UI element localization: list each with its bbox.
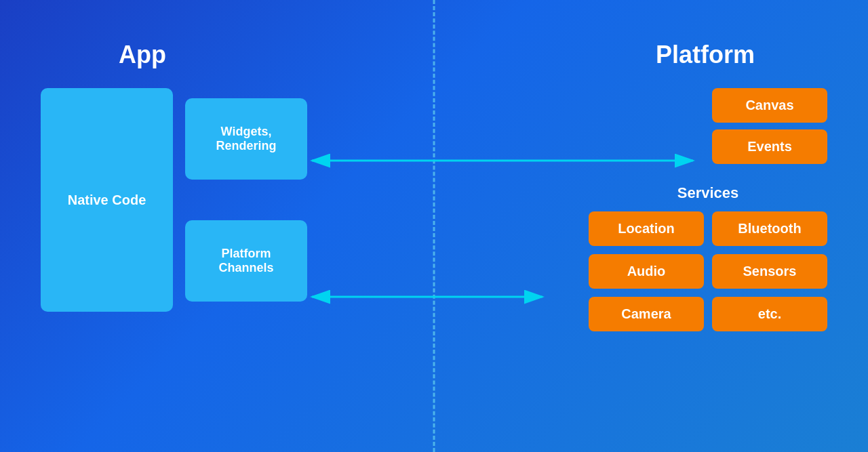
services-grid: Location Bluetooth Audio Sensors Camera … <box>589 211 827 331</box>
events-box: Events <box>712 129 827 164</box>
service-camera: Camera <box>589 297 704 331</box>
platform-channels-box: PlatformChannels <box>185 220 307 302</box>
service-bluetooth: Bluetooth <box>712 211 827 246</box>
canvas-events-section: Canvas Events <box>589 88 827 164</box>
section-divider <box>433 0 435 452</box>
app-header: App <box>119 41 166 69</box>
native-code-box: Native Code <box>41 88 173 312</box>
service-sensors: Sensors <box>712 254 827 289</box>
service-etc: etc. <box>712 297 827 331</box>
diagram-container: App Platform Native Code Widgets,Renderi… <box>0 0 868 452</box>
app-side: Native Code Widgets,Rendering PlatformCh… <box>41 88 307 312</box>
platform-side: Canvas Events Services Location Bluetoot… <box>589 88 827 331</box>
services-label: Services <box>589 184 827 202</box>
canvas-box: Canvas <box>712 88 827 123</box>
widgets-rendering-box: Widgets,Rendering <box>185 98 307 180</box>
service-location: Location <box>589 211 704 246</box>
platform-header: Platform <box>656 41 755 69</box>
app-right-boxes: Widgets,Rendering PlatformChannels <box>185 98 307 302</box>
service-audio: Audio <box>589 254 704 289</box>
